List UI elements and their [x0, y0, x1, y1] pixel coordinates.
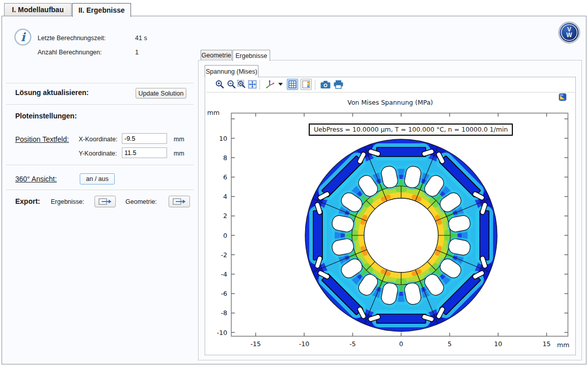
export-results-button[interactable]: [94, 196, 116, 207]
magnet: [313, 211, 322, 260]
export-geometry-button[interactable]: [169, 196, 190, 207]
tab-spannung-mises-label: Spannung (Mises): [206, 68, 257, 75]
app-window: I. Modellaufbau II. Ergebnisse i Letzte …: [0, 0, 588, 368]
export-icon: [99, 198, 112, 205]
tab-ergebnisse[interactable]: II. Ergebnisse: [72, 3, 131, 17]
tab-results[interactable]: Ergebnisse: [233, 50, 270, 61]
info-icon: i: [14, 28, 32, 46]
x-tick-label: -10: [299, 340, 309, 348]
magnet: [480, 211, 489, 260]
vw-logo: V W: [558, 21, 581, 44]
y-tick-label: 4: [223, 193, 227, 200]
divider: [6, 104, 193, 105]
x-tick-label: 0: [399, 340, 403, 348]
x-tick-label: 15: [543, 340, 551, 348]
update-solution-heading: Lösung aktualisieren:: [15, 88, 89, 97]
last-computation-label: Letzte Berechnungszeit:: [38, 35, 106, 42]
export-results-label: Ergebnisse:: [51, 198, 84, 205]
plot-canvas[interactable]: -15-10-50510151086420-2-4-6-8-10: [205, 77, 576, 355]
svg-text:W: W: [566, 32, 572, 39]
y-tick-label: -4: [221, 270, 227, 278]
y-tick-label: 8: [223, 154, 227, 162]
x-tick-label: 5: [448, 340, 452, 348]
update-solution-button[interactable]: Update Solution: [136, 88, 186, 99]
position-textfield-label: Position Textfeld:: [15, 135, 69, 143]
last-computation-value: 41 s: [135, 35, 147, 42]
view-360-toggle-label: an / aus: [86, 175, 108, 182]
y-tick-label: 2: [223, 212, 227, 220]
plot-annotation: UebPress = 10.0000 μm, T = 100.000 °C, n…: [309, 124, 513, 136]
divider: [6, 165, 193, 165]
tab-modellaufbau-label: I. Modellaufbau: [12, 6, 64, 14]
tab-geometrie[interactable]: Geometrie: [201, 50, 232, 60]
y-tick-label: 10: [219, 135, 227, 142]
x-coordinate-field[interactable]: [122, 133, 167, 144]
view-360-label: 360° Ansicht:: [15, 175, 57, 183]
magnet: [377, 314, 426, 323]
export-icon: [173, 198, 186, 205]
shaft-bore: [364, 198, 438, 272]
y-tick-label: -6: [221, 290, 227, 297]
y-tick-label: 0: [223, 232, 227, 239]
rotor-stress-plot: [305, 139, 497, 331]
computation-count-label: Anzahl Berechnungen:: [38, 49, 102, 56]
y-coordinate-label: Y-Koordinate:: [79, 150, 117, 157]
x-unit-label: mm: [174, 136, 184, 143]
export-heading: Export:: [15, 197, 40, 205]
view-360-toggle-button[interactable]: an / aus: [80, 173, 115, 185]
x-coordinate-label: X-Koordinate:: [79, 136, 117, 143]
tab-ergebnisse-label: II. Ergebnisse: [78, 6, 124, 14]
tab-results-label: Ergebnisse: [236, 52, 268, 59]
computation-count-value: 1: [135, 49, 139, 56]
magnet: [377, 147, 426, 157]
y-tick-label: 6: [223, 173, 227, 181]
plot-settings-heading: Ploteinstellungen:: [15, 112, 77, 120]
x-tick-label: 10: [494, 340, 502, 348]
tab-spannung-mises[interactable]: Spannung (Mises): [205, 65, 258, 77]
export-geometry-label: Geometrie:: [125, 198, 157, 205]
divider: [6, 190, 193, 190]
x-tick-label: -15: [250, 340, 260, 348]
tab-geometrie-label: Geometrie: [202, 52, 231, 59]
y-coordinate-field[interactable]: [122, 147, 167, 158]
divider: [6, 83, 193, 83]
y-tick-label: -10: [217, 329, 227, 336]
update-solution-button-label: Update Solution: [139, 90, 184, 97]
y-tick-label: -8: [221, 309, 227, 317]
y-unit-label: mm: [174, 150, 184, 157]
x-tick-label: -5: [349, 340, 355, 348]
tab-modellaufbau[interactable]: I. Modellaufbau: [4, 3, 72, 16]
y-tick-label: -2: [221, 251, 227, 259]
